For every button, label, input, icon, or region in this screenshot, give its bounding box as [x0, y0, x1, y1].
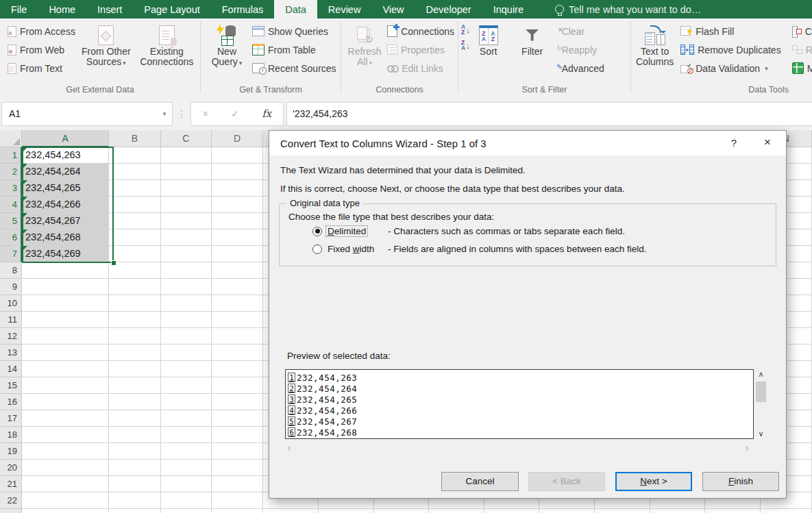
cell-b10[interactable]	[109, 295, 160, 312]
cell-c22[interactable]	[161, 492, 212, 509]
cell-c20[interactable]	[161, 460, 212, 476]
cell-d20[interactable]	[212, 460, 263, 476]
row-header-19[interactable]: 19	[0, 443, 22, 460]
cell-i23[interactable]	[484, 509, 540, 513]
cell-a20[interactable]	[22, 460, 109, 476]
cell-c18[interactable]	[161, 427, 212, 443]
row-header-13[interactable]: 13	[0, 345, 22, 361]
cell-b8[interactable]	[109, 262, 160, 279]
row-header-6[interactable]: 6	[0, 229, 22, 246]
cell-d19[interactable]	[212, 443, 263, 460]
cell-d16[interactable]	[212, 394, 263, 410]
cell-d14[interactable]	[212, 361, 263, 377]
cell-a5[interactable]: 232,454,267	[22, 213, 109, 229]
cell-a19[interactable]	[22, 443, 109, 460]
row-header-21[interactable]: 21	[0, 476, 22, 492]
cell-c23[interactable]	[161, 509, 212, 513]
cell-d4[interactable]	[212, 197, 263, 213]
tab-inquire[interactable]: Inquire	[482, 0, 534, 18]
row-header-5[interactable]: 5	[0, 213, 22, 229]
cell-c3[interactable]	[161, 180, 212, 197]
dialog-title-bar[interactable]: Convert Text to Columns Wizard - Step 1 …	[269, 131, 786, 155]
cell-d7[interactable]	[212, 246, 263, 262]
cell-c10[interactable]	[161, 295, 212, 312]
column-header-c[interactable]: C	[161, 130, 212, 147]
cell-b5[interactable]	[109, 213, 160, 229]
tab-view[interactable]: View	[371, 0, 415, 18]
cell-l23[interactable]	[650, 509, 706, 513]
row-header-8[interactable]: 8	[0, 262, 22, 279]
row-header-3[interactable]: 3	[0, 180, 22, 197]
column-header-b[interactable]: B	[109, 130, 160, 147]
option-label[interactable]: Fixed width	[326, 244, 388, 254]
column-header-d[interactable]: D	[212, 130, 263, 147]
cell-b18[interactable]	[109, 427, 160, 443]
cell-d15[interactable]	[212, 377, 263, 394]
cell-d13[interactable]	[212, 345, 263, 361]
tab-page-layout[interactable]: Page Layout	[133, 0, 210, 18]
sort-descending-button[interactable]: ZA ↓	[461, 40, 470, 51]
cell-d23[interactable]	[212, 509, 263, 513]
cell-e23[interactable]	[263, 509, 319, 513]
option-label[interactable]: Delimited	[326, 226, 388, 236]
tell-me-box[interactable]: Tell me what you want to do…	[555, 0, 701, 18]
cell-d17[interactable]	[212, 410, 263, 427]
cell-c4[interactable]	[161, 197, 212, 213]
cell-a7[interactable]: 232,454,269	[22, 246, 109, 262]
from-table-button[interactable]: From Table	[250, 40, 339, 59]
row-header-17[interactable]: 17	[0, 410, 22, 427]
cell-a12[interactable]	[22, 328, 109, 345]
tab-formulas[interactable]: Formulas	[211, 0, 274, 18]
row-header-4[interactable]: 4	[0, 197, 22, 213]
cell-c15[interactable]	[161, 377, 212, 394]
cell-b21[interactable]	[109, 476, 160, 492]
cell-d18[interactable]	[212, 427, 263, 443]
cell-a2[interactable]: 232,454,264	[22, 164, 109, 180]
fixed-width-radio[interactable]	[312, 245, 322, 254]
remove-duplicates-button[interactable]: ▸ Remove Duplicates	[678, 40, 783, 59]
cell-a11[interactable]	[22, 312, 109, 328]
cell-b12[interactable]	[109, 328, 160, 345]
scrollbar-thumb[interactable]	[756, 381, 766, 402]
cell-a3[interactable]: 232,454,265	[22, 180, 109, 197]
cell-b15[interactable]	[109, 377, 160, 394]
tab-review[interactable]: Review	[317, 0, 372, 18]
row-header-9[interactable]: 9	[0, 279, 22, 295]
recent-sources-button[interactable]: Recent Sources	[250, 59, 339, 77]
row-header-1[interactable]: 1	[0, 147, 22, 164]
cell-a6[interactable]: 232,454,268	[22, 229, 109, 246]
cell-b23[interactable]	[109, 509, 160, 513]
flash-fill-button[interactable]: Flash Fill	[678, 22, 783, 40]
row-header-12[interactable]: 12	[0, 328, 22, 345]
cell-a9[interactable]	[22, 279, 109, 295]
cell-c5[interactable]	[161, 213, 212, 229]
cell-c11[interactable]	[161, 312, 212, 328]
row-header-10[interactable]: 10	[0, 295, 22, 312]
row-header-14[interactable]: 14	[0, 361, 22, 377]
consolidate-button[interactable]: Co	[790, 22, 812, 40]
row-header-11[interactable]: 11	[0, 312, 22, 328]
connections-button[interactable]: Connections	[385, 22, 456, 40]
cell-c19[interactable]	[161, 443, 212, 460]
cell-a21[interactable]	[22, 476, 109, 492]
tab-insert[interactable]: Insert	[86, 0, 133, 18]
insert-function-icon[interactable]: fx	[262, 108, 271, 120]
cell-c7[interactable]	[161, 246, 212, 262]
finish-button[interactable]: Finish	[702, 472, 779, 491]
sort-ascending-button[interactable]: AZ ↓	[461, 25, 470, 35]
cell-a14[interactable]	[22, 361, 109, 377]
cancel-entry-icon[interactable]: ×	[203, 108, 208, 119]
cell-c14[interactable]	[161, 361, 212, 377]
cell-b1[interactable]	[109, 147, 160, 164]
row-header-16[interactable]: 16	[0, 394, 22, 410]
cell-b14[interactable]	[109, 361, 160, 377]
cell-b6[interactable]	[109, 229, 160, 246]
next-button[interactable]: Next >	[615, 472, 692, 491]
cell-a13[interactable]	[22, 345, 109, 361]
cell-c21[interactable]	[161, 476, 212, 492]
cell-d9[interactable]	[212, 279, 263, 295]
tab-home[interactable]: Home	[38, 0, 86, 18]
cancel-button[interactable]: Cancel	[441, 472, 519, 491]
cell-d10[interactable]	[212, 295, 263, 312]
cell-d22[interactable]	[212, 492, 263, 509]
